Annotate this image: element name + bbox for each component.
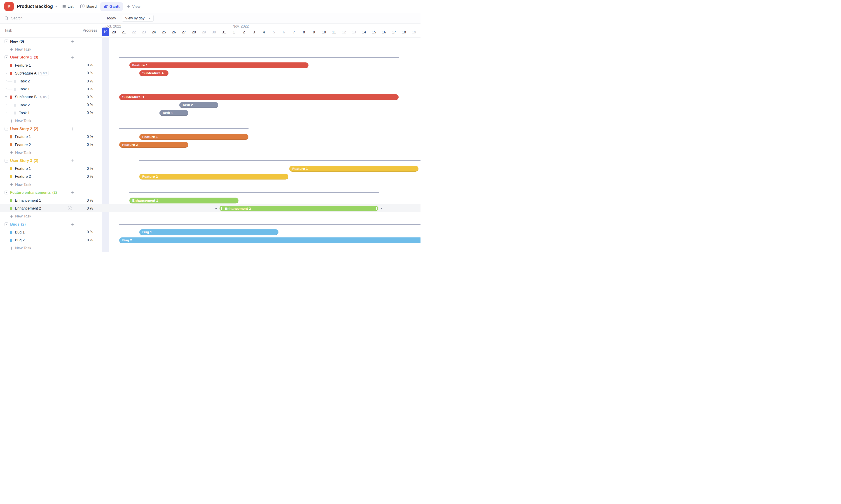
add-task-button[interactable]: [70, 39, 74, 43]
task-label: Task 1: [19, 87, 30, 91]
gantt-bar[interactable]: Task 2: [179, 102, 218, 108]
task-label: Bug 2: [15, 238, 24, 242]
today-button[interactable]: Today: [106, 13, 116, 23]
gantt-bar[interactable]: Subfeature A: [139, 70, 168, 76]
gantt-bar[interactable]: Feature 1: [289, 166, 418, 172]
add-task-button[interactable]: [70, 222, 74, 227]
tree-connector: [6, 99, 13, 113]
new-task-button[interactable]: New Task: [10, 46, 31, 53]
collapse-checkbox[interactable]: [4, 55, 8, 59]
new-task-button[interactable]: New Task: [10, 149, 31, 157]
tab-label: Gantt: [109, 4, 120, 9]
collapse-checkbox[interactable]: [4, 159, 8, 163]
new-task-button[interactable]: New Task: [10, 181, 31, 188]
search-input[interactable]: [11, 16, 79, 21]
focus-task-icon[interactable]: [68, 206, 72, 210]
new-task-button[interactable]: New Task: [10, 117, 31, 125]
task-label: Task 1: [19, 111, 30, 115]
group-row[interactable]: New(0): [0, 37, 420, 46]
gantt-bar[interactable]: Enhancement 1: [129, 198, 238, 203]
tab-gantt[interactable]: Gantt: [100, 2, 123, 11]
group-name: User Story 2: [10, 127, 32, 131]
add-view-label: View: [132, 4, 141, 9]
plus-icon: [127, 5, 130, 8]
project-logo[interactable]: P: [4, 2, 14, 11]
progress-value: 0 %: [78, 133, 102, 141]
tab-list[interactable]: List: [58, 2, 77, 11]
new-task-row[interactable]: New Task: [0, 46, 420, 53]
gantt-summary-bar[interactable]: [129, 192, 379, 193]
view-by-select[interactable]: View by day: [122, 15, 154, 22]
new-task-row[interactable]: New Task: [0, 244, 420, 252]
gantt-bar[interactable]: Bug 1: [139, 229, 279, 235]
bar-connector-dot[interactable]: [381, 208, 382, 209]
gantt-bar[interactable]: Subfeature B: [119, 94, 398, 100]
bar-resize-handle-left[interactable]: [221, 206, 222, 210]
day-header-cell: 17: [389, 29, 399, 36]
task-cell: Feature 2: [0, 141, 78, 149]
new-task-button[interactable]: New Task: [10, 212, 31, 220]
collapse-checkbox[interactable]: [4, 39, 8, 43]
task-title: Enhancement 2: [15, 204, 41, 212]
task-cell: New Task: [0, 149, 78, 157]
task-color-icon: [10, 207, 12, 210]
bar-resize-handle-right[interactable]: [376, 206, 377, 210]
gantt-bar-label: Subfeature A: [142, 71, 164, 75]
collapse-checkbox[interactable]: [4, 222, 8, 226]
day-header-cell: 1: [229, 29, 239, 36]
day-header-cell: 20: [109, 29, 119, 36]
plus-icon: [10, 183, 13, 186]
task-label: Subfeature B: [15, 95, 37, 99]
task-row[interactable]: Task 10 %: [0, 109, 420, 117]
project-switcher[interactable]: Product Backlog: [17, 0, 58, 13]
collapse-checkbox[interactable]: [4, 127, 8, 131]
gantt-bar[interactable]: Feature 1: [139, 134, 248, 140]
progress-value: 0 %: [78, 228, 102, 236]
gantt-summary-bar[interactable]: [119, 224, 420, 225]
tab-board[interactable]: Board: [77, 2, 100, 11]
gantt-bar[interactable]: Task 1: [159, 110, 189, 116]
collapse-toggle[interactable]: [5, 73, 7, 74]
group-name: User Story 3: [10, 159, 32, 163]
new-task-row[interactable]: New Task: [0, 117, 420, 125]
task-color-icon: [10, 167, 12, 170]
task-row[interactable]: Feature 20 %: [0, 141, 420, 149]
subtask-count-badge: 0/2: [38, 71, 49, 75]
task-title: Task 1: [19, 85, 30, 93]
add-task-button[interactable]: [70, 191, 74, 195]
task-label: Enhancement 1: [15, 198, 41, 202]
gantt-bar[interactable]: Feature 2: [119, 142, 189, 148]
add-task-button[interactable]: [70, 127, 74, 131]
task-cell: Feature enhancements(2): [0, 188, 78, 196]
task-row[interactable]: Task 20 %: [0, 77, 420, 85]
add-view-button[interactable]: View: [123, 4, 141, 9]
collapse-toggle[interactable]: [5, 96, 7, 98]
add-task-button[interactable]: [70, 55, 74, 59]
gantt-summary-bar[interactable]: [119, 57, 399, 58]
new-task-row[interactable]: New Task: [0, 181, 420, 188]
task-label: Feature 1: [15, 63, 31, 68]
gantt-summary-bar[interactable]: [119, 128, 249, 129]
day-header-cell: 29: [199, 29, 209, 36]
task-cell: User Story 3(2): [0, 157, 78, 165]
gantt-bar[interactable]: Feature 1: [129, 62, 308, 68]
today-badge: 19: [102, 28, 109, 36]
task-row[interactable]: Task 10 %: [0, 85, 420, 93]
gantt-summary-bar[interactable]: [139, 160, 420, 161]
gantt-bar[interactable]: Bug 2: [119, 237, 420, 243]
progress-value: 0 %: [78, 77, 102, 85]
add-task-button[interactable]: [70, 159, 74, 163]
group-label: New(0): [10, 37, 24, 46]
new-task-row[interactable]: New Task: [0, 149, 420, 157]
new-task-row[interactable]: New Task: [0, 212, 420, 220]
task-row[interactable]: Subfeature A0/20 %: [0, 69, 420, 77]
board-icon: [80, 4, 85, 8]
gantt-bar[interactable]: Feature 2: [139, 174, 289, 180]
new-task-label: New Task: [15, 246, 31, 250]
new-task-button[interactable]: New Task: [10, 244, 31, 252]
group-count: (2): [34, 127, 38, 131]
collapse-checkbox[interactable]: [4, 191, 8, 194]
day-header-cell: 3: [249, 29, 259, 36]
app: P Product Backlog ListBoardGanttView Tod…: [0, 0, 420, 252]
gantt-bar[interactable]: Enhancement 2: [219, 205, 378, 211]
